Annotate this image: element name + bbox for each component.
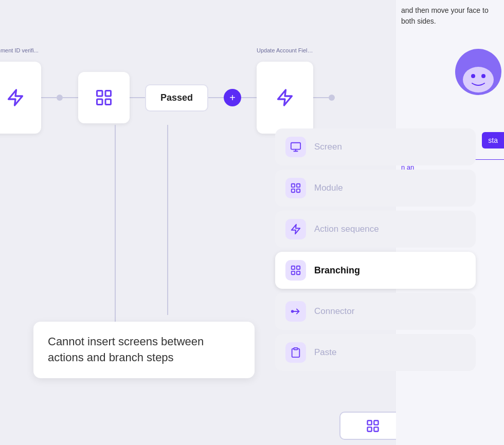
module-menu-icon [290, 182, 301, 194]
svg-rect-14 [297, 184, 300, 187]
svg-rect-15 [292, 189, 295, 192]
svg-rect-7 [374, 420, 378, 424]
svg-rect-8 [368, 427, 372, 431]
svg-rect-24 [294, 348, 297, 350]
module-icon [95, 88, 113, 107]
action-sequence-label: Action sequence [314, 224, 379, 234]
module-icon-container [285, 178, 306, 198]
menu-item-paste[interactable]: Paste [275, 334, 476, 371]
menu-item-action-sequence[interactable]: Action sequence [275, 211, 476, 248]
svg-marker-0 [9, 90, 23, 105]
svg-point-23 [292, 310, 294, 312]
connector-line-4 [208, 97, 224, 98]
paste-label: Paste [314, 347, 336, 358]
lightning-icon-2 [276, 88, 294, 107]
svg-rect-6 [368, 420, 372, 424]
screen-icon [290, 141, 301, 153]
svg-rect-2 [105, 91, 111, 97]
connector-label: Connector [314, 306, 354, 317]
connector-line-1 [41, 97, 57, 98]
connector-line-6 [313, 97, 329, 98]
node-lightning-2[interactable]: Update Account Fields fr... [257, 62, 313, 134]
tooltip-box: Cannot insert screens between actions an… [33, 322, 255, 378]
menu-item-screen[interactable]: Screen [275, 128, 476, 165]
panel-button[interactable]: sta [482, 132, 504, 149]
svg-point-26 [463, 67, 494, 92]
svg-rect-20 [292, 271, 295, 274]
svg-rect-4 [105, 99, 111, 105]
action-sequence-icon-container [285, 219, 306, 239]
svg-point-27 [471, 74, 475, 78]
bottom-node[interactable]: ✕ [339, 412, 401, 440]
node3-label: Update Account Fields fr... [257, 47, 313, 53]
connector-dot-2 [329, 95, 335, 101]
paste-icon-container [285, 342, 306, 363]
node1-label: ernment ID verifi... [0, 47, 41, 53]
svg-rect-18 [292, 266, 295, 269]
node-module[interactable] [78, 72, 130, 123]
passed-button[interactable]: Passed [145, 84, 208, 112]
node-lightning-1[interactable]: ernment ID verifi... [0, 62, 41, 134]
character-illustration [401, 41, 504, 123]
flow-row: ernment ID verifi... Passed + [0, 62, 335, 134]
svg-rect-3 [97, 99, 103, 105]
lightning-icon-1 [6, 88, 25, 107]
step-type-dropdown: Screen Module Action sequence [275, 128, 476, 371]
module-label: Module [314, 183, 343, 193]
paste-icon [290, 347, 301, 358]
connector-line-3 [130, 97, 145, 98]
svg-rect-10 [291, 143, 300, 150]
vertical-line-1 [115, 125, 116, 346]
connector-icon [290, 306, 301, 317]
svg-rect-19 [297, 266, 300, 269]
bottom-node-icon [366, 419, 380, 433]
menu-item-connector[interactable]: Connector [275, 293, 476, 330]
vertical-line-2 [167, 125, 168, 315]
svg-rect-16 [297, 189, 300, 192]
screen-label: Screen [314, 142, 342, 152]
branching-icon [290, 265, 301, 276]
svg-rect-1 [97, 91, 103, 97]
svg-rect-21 [297, 271, 300, 274]
svg-marker-17 [292, 225, 300, 234]
add-step-button[interactable]: + [224, 89, 241, 106]
panel-text: and then move your face to both sides. [401, 5, 504, 27]
connector-line-2 [63, 97, 78, 98]
screen-icon-container [285, 137, 306, 157]
connector-line-5 [241, 97, 257, 98]
svg-rect-13 [292, 184, 295, 187]
connector-icon-container [285, 301, 306, 322]
bottom-flow: ✕ [339, 412, 401, 440]
character-svg [401, 41, 504, 123]
branching-label: Branching [314, 265, 360, 276]
svg-marker-5 [278, 90, 292, 105]
branching-icon-container [285, 260, 306, 281]
menu-item-branching[interactable]: Branching [275, 252, 476, 289]
svg-point-28 [481, 74, 485, 78]
action-sequence-icon [290, 224, 301, 235]
svg-rect-9 [374, 427, 378, 431]
tooltip-text: Cannot insert screens between actions an… [48, 334, 240, 366]
menu-item-module[interactable]: Module [275, 170, 476, 207]
connector-dot-1 [57, 95, 63, 101]
